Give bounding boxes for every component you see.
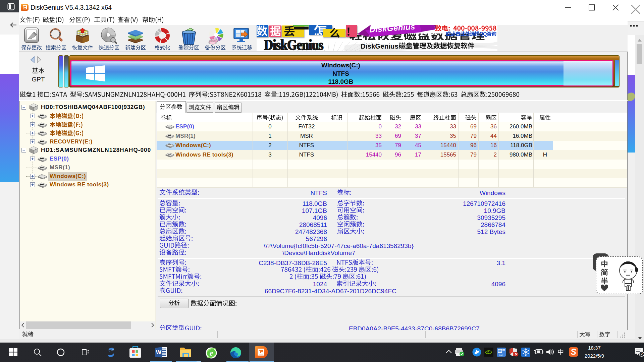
svg-text:intel: intel bbox=[499, 354, 503, 356]
svg-text:W: W bbox=[156, 349, 162, 356]
svg-text:e: e bbox=[210, 349, 213, 357]
svg-text:2: 2 bbox=[641, 352, 643, 356]
